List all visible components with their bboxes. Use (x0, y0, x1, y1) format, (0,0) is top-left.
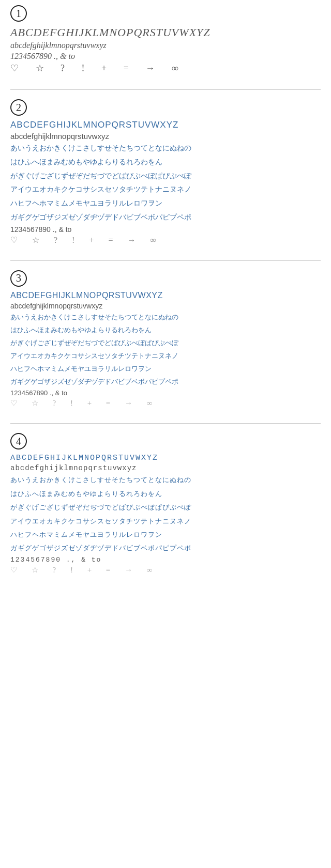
section-2-number: 2 (10, 99, 27, 116)
section-3-katakana2: ハヒフヘホマミムメモヤユヨラリルレロワヲン (10, 363, 321, 375)
section-2-katakana2: ハヒフヘホマミムメモヤユヨラリルレロワヲン (10, 197, 321, 210)
section-2-katakana1: アイウエオカキクケコサシスセソタチツテトナニヌネノ (10, 183, 321, 196)
section-3: 3 ABCDEFGHIJKLMNOPQRSTUVWXYZ abcdefghijk… (10, 270, 321, 408)
section-3-japanese3: がぎぐげござじずぜぞだぢづでどばびぶべぼぱぴぷぺぽ (10, 337, 321, 349)
section-3-numbers: 1234567890 ., & to (10, 389, 321, 397)
section-3-japanese2: はひふへほまみむめもやゆよらりるれろわをん (10, 324, 321, 336)
section-1-numbers: 1234567890 ., & to (10, 52, 321, 61)
section-2-lowercase: abcdefghijklmnopqrstuvwxyz (10, 132, 321, 141)
section-4-japanese3: がぎぐげござじずぜぞだぢづでどばびぶべぼぱぴぷぺぽ (10, 501, 321, 513)
section-1: 1 ABCDEFGHIJKLMNOPQRSTUVWXYZ abcdefghijk… (10, 5, 321, 74)
section-3-symbols: ♡ ☆ ? ! + = → ∞ (10, 398, 321, 408)
section-1-symbols: ♡ ☆ ? ! + = → ∞ (10, 63, 321, 74)
section-2-japanese3: がぎぐげござじずぜぞだぢづでどばびぶべぼぱぴぷぺぽ (10, 170, 321, 182)
section-4-number: 4 (10, 433, 27, 450)
section-3-number: 3 (10, 270, 27, 287)
section-4-katakana2: ハヒフヘホマミムメモヤユヨラリルレロワヲン (10, 529, 321, 540)
section-4-japanese1: あいうえおかきくけこさしすせそたちつてとなにぬねの (10, 474, 321, 486)
section-4: 4 ABCDEFGHIJKLMNOPQRSTUVWXYZ abcdefghijk… (10, 433, 321, 574)
divider-3 (10, 423, 321, 424)
section-3-header: 3 (10, 270, 321, 287)
section-4-symbols: ♡ ☆ ? ! + = → ∞ (10, 565, 321, 575)
section-3-uppercase: ABCDEFGHIJKLMNOPQRSTUVWXYZ (10, 291, 321, 300)
section-1-header: 1 (10, 5, 321, 22)
section-2-japanese1: あいうえおかきくけこさしすせそたちつてとなにぬねの (10, 142, 321, 154)
section-2-header: 2 (10, 99, 321, 116)
section-3-japanese1: あいうえおかきくけこさしすせそたちつてとなにぬねの (10, 312, 321, 323)
section-1-number: 1 (10, 5, 27, 22)
section-3-katakana1: アイウエオカキクケコサシスセソタチツテトナニヌネノ (10, 350, 321, 362)
section-3-lowercase: abcdefghijklmnopqrstuvwxyz (10, 302, 321, 310)
section-3-katakana3: ガギグゲゴザジズゼゾダヂヅデドバビブベボパピプペポ (10, 376, 321, 388)
divider-2 (10, 260, 321, 261)
section-4-lowercase: abcdefghijklmnopqrstuvwxyz (10, 464, 321, 472)
section-2-japanese2: はひふへほまみむめもやゆよらりるれろわをん (10, 156, 321, 168)
section-2-symbols: ♡ ☆ ? ! + = → ∞ (10, 235, 321, 245)
divider-1 (10, 89, 321, 90)
section-2: 2 ABCDEFGHIJKLMNOPQRSTUVWXYZ abcdefghijk… (10, 99, 321, 245)
section-2-katakana3: ガギグゲゴザジズゼゾダヂヅデドバビブベボパピプペポ (10, 211, 321, 224)
section-4-numbers: 1234567890 ., & to (10, 556, 321, 564)
section-4-katakana3: ガギグゲゴザジズゼゾダヂヅデドバビブベボパピプペポ (10, 542, 321, 554)
section-4-katakana1: アイウエオカキクケコサシスセソタチツテトナニヌネノ (10, 515, 321, 527)
section-1-lowercase: abcdefghijklmnopqrstuvwxyz (10, 41, 321, 50)
section-2-numbers: 1234567890 ., & to (10, 225, 321, 234)
section-2-uppercase: ABCDEFGHIJKLMNOPQRSTUVWXYZ (10, 120, 321, 130)
section-4-header: 4 (10, 433, 321, 450)
section-1-uppercase: ABCDEFGHIJKLMNOPQRSTUVWXYZ (10, 26, 321, 39)
section-4-uppercase: ABCDEFGHIJKLMNOPQRSTUVWXYZ (10, 454, 321, 462)
section-4-japanese2: はひふへほまみむめもやゆよらりるれろわをん (10, 488, 321, 500)
